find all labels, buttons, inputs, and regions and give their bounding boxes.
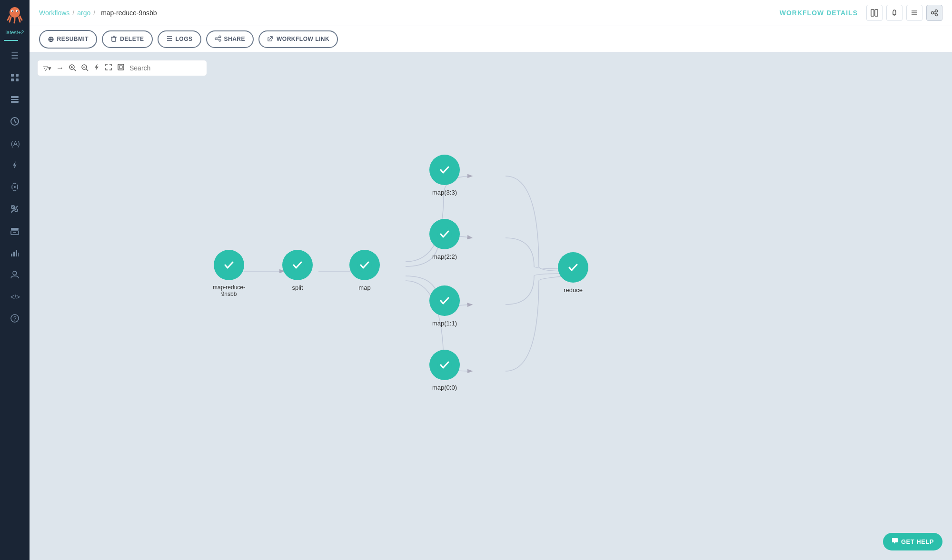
expand-icon[interactable] [105, 63, 112, 73]
fit-icon[interactable] [117, 63, 125, 73]
menu-icon[interactable]: ☰ [5, 46, 25, 66]
archive-icon[interactable] [5, 221, 25, 241]
svg-line-52 [217, 39, 219, 40]
user-icon[interactable] [5, 265, 25, 285]
svg-rect-11 [11, 101, 19, 103]
svg-point-4 [17, 10, 18, 11]
svg-line-14 [15, 121, 16, 123]
resubmit-icon: ⊕ [48, 35, 54, 44]
node-map-reduce-9nsbb[interactable]: map-reduce-9nsbb [213, 250, 245, 297]
bolt-icon[interactable] [5, 155, 25, 175]
app-logo[interactable] [0, 0, 30, 29]
bolt-filter-icon[interactable] [93, 63, 100, 73]
node-circle [429, 219, 460, 249]
svg-point-39 [935, 14, 938, 16]
svg-point-3 [12, 10, 13, 11]
delete-button[interactable]: DELETE [102, 30, 152, 48]
code-icon[interactable]: </> [5, 286, 25, 306]
svg-rect-32 [871, 10, 874, 16]
node-circle [558, 252, 588, 283]
node-circle [349, 250, 380, 280]
node-map00[interactable]: map(0:0) [429, 350, 460, 391]
workflow-link-button[interactable]: WORKFLOW LINK [258, 30, 338, 48]
breadcrumb-sep2: / [93, 9, 95, 17]
svg-point-71 [437, 227, 452, 241]
bell-button[interactable] [886, 5, 902, 21]
link-icon[interactable] [5, 199, 25, 219]
graph-edges [30, 52, 952, 560]
breadcrumb-argo[interactable]: argo [77, 9, 90, 17]
svg-line-55 [74, 69, 76, 71]
svg-rect-26 [16, 250, 17, 256]
node-circle [429, 285, 460, 316]
get-help-button[interactable]: GET HELP [883, 533, 942, 550]
layers-icon[interactable] [5, 89, 25, 109]
svg-line-53 [269, 37, 272, 39]
node-circle [429, 155, 460, 185]
node-reduce[interactable]: reduce [558, 252, 588, 294]
svg-line-59 [86, 69, 88, 71]
split-view-button[interactable] [866, 5, 883, 21]
svg-rect-24 [11, 254, 12, 256]
search-input[interactable] [129, 64, 201, 72]
svg-point-38 [935, 10, 938, 12]
share-button[interactable]: SHARE [206, 30, 254, 48]
delete-label: DELETE [120, 36, 144, 42]
logs-button[interactable]: LOGS [158, 30, 201, 48]
svg-text:?: ? [13, 315, 17, 322]
node-map[interactable]: map [349, 250, 380, 291]
node-split[interactable]: split [282, 250, 313, 291]
svg-point-17 [14, 186, 16, 188]
svg-rect-5 [11, 74, 14, 77]
svg-marker-61 [95, 64, 99, 70]
dashboard-icon[interactable] [5, 68, 25, 88]
logs-icon [166, 35, 173, 43]
breadcrumb-workflows[interactable]: Workflows [39, 9, 69, 17]
graph-view-button[interactable] [926, 5, 942, 21]
user-label[interactable]: latest+2 [6, 29, 24, 35]
page-header: Workflows / argo / map-reduce-9nsbb WORK… [30, 0, 952, 26]
svg-rect-27 [18, 253, 19, 256]
workflow-details-title: WORKFLOW DETAILS [780, 9, 858, 17]
list-view-button[interactable] [906, 5, 922, 21]
svg-point-48 [219, 36, 221, 38]
svg-rect-63 [119, 66, 122, 69]
node-circle [214, 250, 244, 280]
svg-rect-10 [11, 99, 19, 100]
satellite-icon[interactable] [5, 177, 25, 197]
svg-text:</>: </> [10, 293, 20, 301]
svg-point-70 [437, 163, 452, 177]
svg-rect-7 [11, 79, 14, 81]
node-label: split [292, 284, 303, 291]
node-label: map(2:2) [432, 253, 457, 260]
sidebar: latest+2 ☰ (A) [0, 0, 30, 560]
svg-rect-21 [11, 228, 19, 230]
resubmit-label: RESUBMIT [57, 36, 89, 42]
node-map22[interactable]: map(2:2) [429, 219, 460, 260]
signal-icon[interactable]: (A) [5, 133, 25, 153]
action-toolbar: ⊕ RESUBMIT DELETE LOGS [30, 26, 952, 52]
svg-marker-16 [13, 161, 17, 169]
get-help-label: GET HELP [901, 538, 934, 545]
svg-point-37 [932, 12, 934, 14]
svg-point-72 [437, 294, 452, 308]
arrow-right-icon[interactable]: → [56, 64, 64, 72]
help-icon[interactable]: ? [5, 308, 25, 328]
share-icon [215, 35, 221, 43]
filter-icon[interactable]: ▽▾ [43, 65, 51, 72]
breadcrumb-sep1: / [72, 9, 74, 17]
workflow-canvas[interactable]: ▽▾ → [30, 52, 952, 560]
node-label: map-reduce-9nsbb [213, 284, 245, 297]
chart-icon[interactable] [5, 243, 25, 263]
header-actions: WORKFLOW DETAILS [780, 5, 942, 21]
node-map33[interactable]: map(3:3) [429, 155, 460, 196]
workflow-link-icon [267, 35, 274, 43]
chat-icon [892, 538, 898, 546]
clock-icon[interactable] [5, 111, 25, 131]
zoom-out-icon[interactable] [81, 64, 89, 73]
resubmit-button[interactable]: ⊕ RESUBMIT [39, 30, 97, 49]
node-map11[interactable]: map(1:1) [429, 285, 460, 327]
main-panel: Workflows / argo / map-reduce-9nsbb WORK… [30, 0, 952, 560]
svg-rect-42 [112, 37, 116, 41]
zoom-in-icon[interactable] [69, 64, 76, 73]
